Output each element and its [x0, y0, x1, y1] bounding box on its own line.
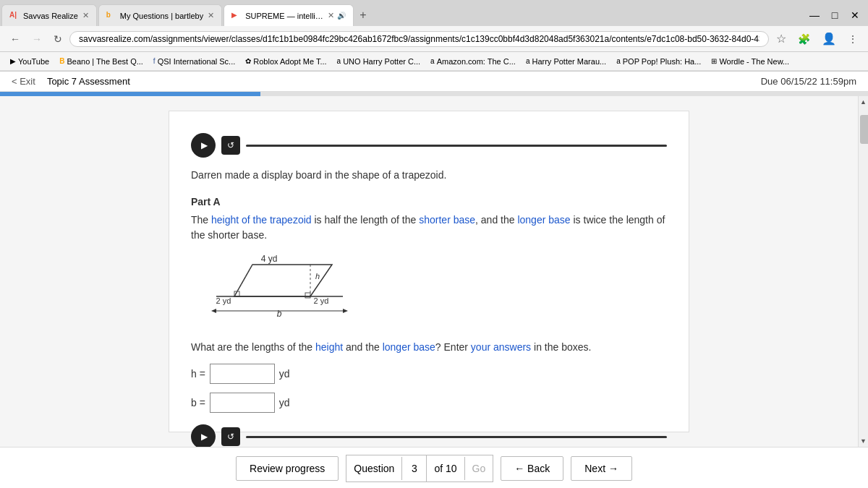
b-input-label: b =: [191, 395, 205, 411]
next-button[interactable]: Next →: [571, 456, 632, 481]
bookmark-hp-label: Harry Potter Marau...: [532, 57, 606, 66]
window-controls: — □ ✕: [804, 5, 868, 25]
new-tab-button[interactable]: +: [354, 9, 372, 22]
audio-player-1: ▶ ↺: [191, 133, 667, 158]
amazon-icon: a: [430, 57, 435, 65]
longer-base-prompt-highlight: longer base: [383, 341, 435, 353]
bookmark-uno-label: UNO Harry Potter C...: [343, 57, 420, 66]
bookmark-beano[interactable]: B Beano | The Best Q...: [55, 56, 148, 67]
top-label: 4 yd: [261, 254, 278, 264]
audio-icon: 🔊: [337, 12, 346, 20]
b-input[interactable]: [210, 393, 275, 413]
close-window-button[interactable]: ✕: [845, 5, 865, 25]
left-dashed: [234, 265, 252, 296]
bookmark-qsi-label: QSI International Sc...: [158, 57, 236, 66]
b-label-diagram: b: [277, 309, 282, 319]
bookmark-pop-label: POP Pop! Plush: Ha...: [623, 57, 702, 66]
profile-button[interactable]: 👤: [817, 29, 841, 48]
h-input[interactable]: [210, 364, 275, 384]
play-button-2[interactable]: ▶: [191, 424, 216, 447]
due-date: Due 06/15/22 11:59pm: [761, 76, 856, 87]
bookmark-wordle[interactable]: ⊞ Wordle - The New...: [707, 56, 793, 67]
pop-icon: a: [616, 57, 621, 65]
bookmark-amazon[interactable]: a Amazon.com: The C...: [426, 56, 520, 67]
scroll-track: ▲ ▼: [858, 96, 868, 447]
tab-bartleby[interactable]: b My Questions | bartleby ✕: [98, 4, 222, 26]
browser-chrome: A| Savvas Realize ✕ b My Questions | bar…: [0, 0, 868, 72]
nav-bar: ← → ↻ ☆ 🧩 👤 ⋮: [0, 26, 868, 52]
scroll-thumb[interactable]: [860, 115, 868, 144]
right-angle-marker: [305, 293, 310, 298]
tab3-close-btn[interactable]: ✕: [328, 11, 334, 20]
refresh-button[interactable]: ↻: [49, 30, 67, 48]
tab2-favicon: b: [106, 11, 116, 21]
b-unit: yd: [279, 395, 290, 411]
b-left-arrow: [211, 309, 216, 313]
review-progress-button[interactable]: Review progress: [236, 456, 339, 481]
bookmark-harry-potter[interactable]: a Harry Potter Marau...: [522, 56, 610, 67]
h-input-label: h =: [191, 367, 205, 382]
replay-button-2[interactable]: ↺: [221, 427, 240, 446]
exit-button[interactable]: < Exit: [12, 76, 35, 87]
address-bar[interactable]: [69, 31, 769, 47]
prompt-text: What are the lengths of the height and t…: [191, 340, 667, 355]
bookmark-uno[interactable]: a UNO Harry Potter C...: [333, 56, 425, 67]
longer-base-highlight: longer base: [517, 214, 570, 226]
go-button[interactable]: Go: [465, 457, 493, 480]
height-prompt-highlight: height: [315, 341, 343, 353]
bookmark-button[interactable]: ☆: [772, 29, 791, 48]
maximize-button[interactable]: □: [825, 5, 845, 25]
tab1-title: Savvas Realize: [23, 12, 78, 20]
play-icon-2: ▶: [201, 430, 208, 443]
page-header: < Exit Topic 7 Assessment Due 06/15/22 1…: [0, 72, 868, 92]
h-input-row: h = yd: [191, 364, 667, 384]
tab3-title: SUPREME — intelligence + i: [245, 12, 323, 20]
bookmark-roblox-label: Roblox Adopt Me T...: [253, 57, 326, 66]
tab-savvas-realize[interactable]: A| Savvas Realize ✕: [1, 4, 97, 26]
minimize-button[interactable]: —: [804, 5, 825, 25]
diagram-container: 4 yd h: [205, 252, 667, 328]
replay-icon-2: ↺: [227, 432, 234, 442]
beano-icon: B: [59, 57, 64, 65]
play-button-1[interactable]: ▶: [191, 133, 216, 158]
replay-icon-1: ↺: [227, 140, 234, 150]
tab2-title: My Questions | bartleby: [120, 12, 203, 20]
bookmarks-bar: ▶ YouTube B Beano | The Best Q... f QSI …: [0, 52, 868, 71]
h-label-diagram: h: [315, 272, 320, 281]
tab-bar: A| Savvas Realize ✕ b My Questions | bar…: [0, 0, 868, 26]
tab-supreme[interactable]: ▶ SUPREME — intelligence + i ✕ 🔊: [224, 4, 354, 26]
left-2yd: 2 yd: [216, 296, 231, 305]
replay-button-1[interactable]: ↺: [221, 136, 240, 155]
main-scroll[interactable]: ▶ ↺ Darren made a display board in the s…: [0, 96, 858, 447]
question-nav-label: Question: [346, 457, 402, 480]
back-nav-button[interactable]: ←: [6, 30, 25, 48]
bookmark-pop[interactable]: a POP Pop! Plush: Ha...: [612, 56, 705, 67]
bookmark-youtube[interactable]: ▶ YouTube: [6, 56, 54, 67]
roblox-icon: ✿: [245, 57, 251, 65]
bookmark-wordle-label: Wordle - The New...: [719, 57, 789, 66]
height-highlight: height of the trapezoid: [211, 214, 312, 226]
forward-nav-button[interactable]: →: [27, 30, 46, 48]
question-intro: Darren made a display board in the shape…: [191, 168, 667, 183]
bookmark-qsi[interactable]: f QSI International Sc...: [149, 56, 239, 67]
h-unit: yd: [279, 367, 290, 382]
tab1-close-btn[interactable]: ✕: [82, 11, 89, 20]
menu-button[interactable]: ⋮: [843, 30, 862, 48]
topic-label: Topic 7 Assessment: [47, 76, 130, 87]
youtube-icon: ▶: [10, 57, 16, 65]
question-number-input[interactable]: [402, 455, 427, 481]
scroll-up-button[interactable]: ▲: [859, 96, 868, 108]
bookmark-youtube-label: YouTube: [18, 57, 49, 66]
extension-button[interactable]: 🧩: [793, 30, 814, 48]
tab2-close-btn[interactable]: ✕: [208, 11, 214, 20]
question-card: ▶ ↺ Darren made a display board in the s…: [169, 111, 689, 432]
bookmark-roblox[interactable]: ✿ Roblox Adopt Me T...: [241, 56, 331, 67]
play-icon-1: ▶: [201, 139, 208, 152]
tab3-favicon: ▶: [231, 11, 242, 21]
back-button[interactable]: ← Back: [501, 456, 563, 481]
bookmark-beano-label: Beano | The Best Q...: [67, 57, 142, 66]
scroll-down-button[interactable]: ▼: [859, 435, 868, 447]
b-input-row: b = yd: [191, 393, 667, 413]
bookmark-amazon-label: Amazon.com: The C...: [437, 57, 516, 66]
b-right-arrow: [343, 309, 348, 313]
